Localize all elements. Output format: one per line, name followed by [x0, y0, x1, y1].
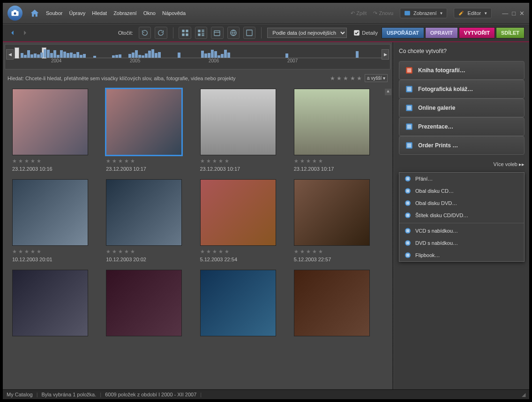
thumbnail[interactable] — [106, 270, 195, 336]
menu-hledat[interactable]: Hledat — [92, 10, 107, 16]
maximize-button[interactable]: □ — [512, 10, 516, 17]
timeline-bar[interactable] — [227, 53, 230, 58]
thumbnail[interactable]: ★ ★ ★ ★ ★10.12.2003 20:01 — [12, 179, 101, 262]
timeline-bar[interactable] — [151, 49, 154, 58]
create-collage-button[interactable]: Fotografická koláž… — [399, 80, 525, 99]
timeline-bar[interactable] — [201, 51, 204, 58]
grid-view-button[interactable] — [179, 27, 191, 39]
timeline-bar[interactable] — [158, 52, 161, 58]
thumbnail[interactable]: ★ ★ ★ ★ ★23.12.2003 10:17 — [200, 89, 289, 172]
timeline-bar[interactable] — [214, 51, 217, 58]
nav-back-button[interactable] — [7, 28, 18, 38]
home-button[interactable] — [28, 7, 41, 20]
timeline-bar[interactable] — [24, 55, 27, 58]
detail-view-button[interactable] — [195, 27, 207, 39]
thumb-rating[interactable]: ★ ★ ★ ★ ★ — [12, 249, 101, 255]
popup-cd[interactable]: Obal disku CD… — [399, 185, 524, 197]
timeline-bar[interactable] — [47, 50, 50, 58]
menu-soubor[interactable]: Soubor — [46, 10, 62, 16]
popup-dvdm[interactable]: DVD s nabídkou… — [399, 237, 524, 249]
timeline-bar[interactable] — [115, 55, 118, 58]
popup-card[interactable]: Přání… — [399, 173, 524, 185]
timeline-bar[interactable] — [30, 54, 33, 58]
timeline-bar[interactable] — [138, 55, 141, 58]
thumb-rating[interactable]: ★ ★ ★ ★ ★ — [200, 158, 289, 164]
timeline-bar[interactable] — [50, 53, 53, 58]
timeline-bar[interactable] — [83, 54, 86, 58]
timeline-next-button[interactable]: ▶ — [382, 49, 389, 60]
timeline-bar[interactable] — [211, 50, 214, 58]
timeline-bar[interactable] — [217, 55, 220, 58]
thumb-rating[interactable]: ★ ★ ★ ★ ★ — [106, 249, 195, 255]
fullscreen-button[interactable] — [243, 27, 255, 39]
editor-dropdown[interactable]: Editor▼ — [454, 8, 492, 18]
thumb-rating[interactable]: ★ ★ ★ ★ ★ — [294, 158, 383, 164]
thumbnail[interactable]: ★ ★ ★ ★ ★23.12.2003 10:17 — [106, 89, 195, 172]
map-view-button[interactable] — [227, 27, 240, 39]
create-prints-button[interactable]: Order Prints … — [399, 136, 525, 155]
details-checkbox[interactable]: Detaily — [353, 30, 378, 36]
timeline-bar[interactable] — [76, 52, 79, 58]
menu-zobrazení[interactable]: Zobrazení — [113, 10, 137, 16]
timeline-handle-start[interactable] — [15, 47, 19, 59]
popup-vcd[interactable]: VCD s nabídkou… — [399, 225, 524, 237]
thumb-rating[interactable]: ★ ★ ★ ★ ★ — [294, 249, 383, 255]
create-slideshow-button[interactable]: Prezentace… — [399, 117, 525, 136]
timeline-bar[interactable] — [27, 50, 30, 58]
timeline-bar[interactable] — [112, 55, 115, 58]
timeline-bar[interactable] — [128, 54, 131, 58]
timeline-bar[interactable] — [63, 52, 66, 58]
menu-okno[interactable]: Okno — [143, 10, 156, 16]
timeline-bar[interactable] — [285, 53, 288, 58]
tab-create[interactable]: VYTVOŘIT — [459, 27, 495, 38]
timeline-bar[interactable] — [53, 50, 56, 58]
thumbnail[interactable] — [200, 270, 289, 336]
thumbnail[interactable] — [12, 270, 101, 336]
timeline-prev-button[interactable]: ◀ — [6, 49, 14, 60]
timeline-bar[interactable] — [40, 53, 43, 58]
thumbnail[interactable]: ★ ★ ★ ★ ★5.12.2003 22:57 — [294, 179, 383, 262]
rating-filter[interactable]: ★ ★ ★ ★ ★ — [330, 75, 362, 82]
minimize-button[interactable]: — — [502, 10, 508, 17]
thumbnail[interactable]: ★ ★ ★ ★ ★23.12.2003 10:16 — [12, 89, 101, 172]
timeline-bar[interactable] — [67, 53, 69, 58]
timeline-bar[interactable] — [224, 50, 227, 58]
resize-grip[interactable]: ◢ — [522, 392, 525, 398]
search-hint[interactable]: Hledat: Chcete-li hledat, přetáhněte sem… — [7, 76, 330, 81]
thumb-rating[interactable]: ★ ★ ★ ★ ★ — [106, 158, 195, 164]
timeline-bar[interactable] — [208, 53, 210, 58]
thumbnail[interactable]: ★ ★ ★ ★ ★23.12.2003 10:17 — [294, 89, 383, 172]
menu-úpravy[interactable]: Úpravy — [69, 10, 85, 16]
thumb-rating[interactable]: ★ ★ ★ ★ ★ — [12, 158, 101, 164]
timeline-bar[interactable] — [204, 53, 207, 58]
timeline-bar[interactable] — [37, 54, 40, 58]
timeline-bar[interactable] — [356, 51, 359, 58]
timeline-bar[interactable] — [148, 51, 151, 58]
date-view-button[interactable] — [211, 27, 223, 39]
scroll-up-button[interactable]: ▲ — [385, 89, 391, 95]
sort-select[interactable]: Podle data (od nejnovějších) — [267, 28, 347, 38]
tab-share[interactable]: SDÍLET — [496, 27, 525, 38]
timeline-bar[interactable] — [34, 53, 37, 58]
timeline-bar[interactable] — [93, 56, 96, 58]
popup-dvd[interactable]: Obal disku DVD… — [399, 197, 524, 209]
timeline-bar[interactable] — [221, 54, 224, 58]
timeline-bar[interactable] — [44, 49, 46, 58]
timeline-bar[interactable] — [80, 55, 82, 58]
timeline-bar[interactable] — [70, 53, 73, 58]
thumbnail[interactable]: ★ ★ ★ ★ ★5.12.2003 22:54 — [200, 179, 289, 262]
undo-button[interactable]: ↶ Zpět — [351, 10, 367, 16]
popup-flip[interactable]: Flipbook… — [399, 249, 524, 261]
timeline-bar[interactable] — [60, 50, 63, 58]
thumbnail[interactable]: ★ ★ ★ ★ ★10.12.2003 20:02 — [106, 179, 195, 262]
popup-label[interactable]: Štítek disku CD/DVD… — [399, 209, 524, 221]
timeline[interactable]: ◀ ▶ 2004200520062007 — [5, 44, 390, 69]
timeline-bar[interactable] — [21, 53, 23, 58]
create-gallery-button[interactable]: Online galerie — [399, 99, 525, 117]
timeline-bar[interactable] — [132, 53, 135, 58]
tab-fix[interactable]: OPRAVIT — [425, 27, 458, 38]
rating-mode-select[interactable]: a vyšší ▾ — [365, 74, 388, 82]
timeline-bar[interactable] — [142, 55, 144, 58]
timeline-bar[interactable] — [155, 53, 157, 58]
nav-forward-button[interactable] — [20, 28, 30, 38]
